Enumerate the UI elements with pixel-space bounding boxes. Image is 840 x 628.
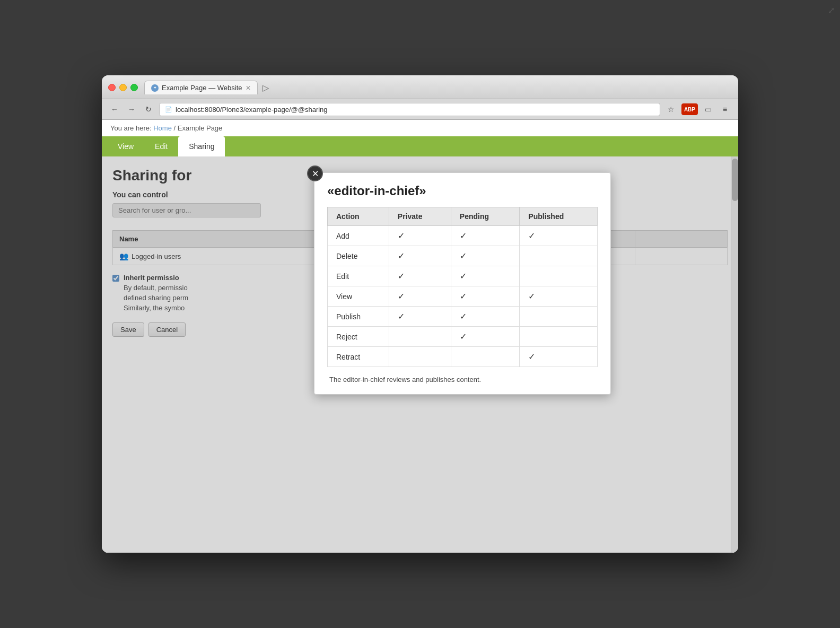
tab-edit[interactable]: Edit: [144, 136, 178, 156]
modal-header-action: Action: [328, 207, 389, 226]
tab-favicon: ✦: [151, 84, 159, 92]
modal-table: Action Private Pending Published Add✓✓✓D…: [327, 207, 598, 367]
modal-table-row: Publish✓✓: [328, 307, 598, 327]
tabs-row: ✦ Example Page — Website ✕ ▷: [144, 81, 732, 94]
modal-close-button[interactable]: ✕: [307, 165, 323, 181]
modal-cell-action: Reject: [328, 327, 389, 347]
modal-cell-action: Retract: [328, 347, 389, 367]
forward-button[interactable]: →: [125, 103, 138, 116]
modal-header-pending: Pending: [451, 207, 520, 226]
modal-cell-pending: ✓: [451, 286, 520, 307]
breadcrumb-prefix: You are here:: [110, 124, 152, 132]
url-text: localhost:8080/Plone3/example-page/@@sha…: [176, 106, 328, 114]
tab-title: Example Page — Website: [162, 84, 242, 92]
tab-sharing-label: Sharing: [189, 142, 214, 151]
new-tab-icon: ▷: [262, 83, 269, 93]
address-bar: ← → ↻ 📄 localhost:8080/Plone3/example-pa…: [102, 99, 738, 120]
modal-table-row: Retract✓: [328, 347, 598, 367]
modal-title: «editor-in-chief»: [327, 184, 598, 198]
browser-toolbar-icons: ☆ ABP ▭ ≡: [664, 102, 732, 116]
modal-cell-pending: ✓: [451, 246, 520, 266]
modal-cell-published: [520, 327, 598, 347]
adblock-button[interactable]: ABP: [681, 103, 698, 115]
modal-cell-action: Edit: [328, 266, 389, 286]
tab-close-button[interactable]: ✕: [246, 84, 251, 92]
menu-button[interactable]: ≡: [718, 102, 732, 116]
modal-cell-private: [389, 327, 451, 347]
modal-cell-pending: ✓: [451, 226, 520, 246]
modal-cell-published: ✓: [520, 286, 598, 307]
cast-button[interactable]: ▭: [701, 102, 715, 116]
modal-cell-action: View: [328, 286, 389, 307]
tab-sharing[interactable]: Sharing: [178, 136, 225, 156]
breadcrumb: You are here: Home / Example Page: [102, 120, 738, 136]
modal-cell-private: [389, 347, 451, 367]
modal-cell-pending: [451, 347, 520, 367]
modal-cell-pending: ✓: [451, 327, 520, 347]
page-icon: 📄: [165, 106, 172, 113]
tab-edit-label: Edit: [155, 142, 168, 151]
modal-table-row: Add✓✓✓: [328, 226, 598, 246]
title-bar: ✦ Example Page — Website ✕ ▷ ⤢: [102, 75, 738, 99]
traffic-lights: [108, 84, 138, 91]
modal-table-row: Edit✓✓: [328, 266, 598, 286]
new-tab-button[interactable]: ▷: [259, 81, 273, 94]
modal-cell-action: Delete: [328, 246, 389, 266]
modal-cell-action: Add: [328, 226, 389, 246]
modal-cell-published: [520, 307, 598, 327]
modal-cell-private: ✓: [389, 286, 451, 307]
breadcrumb-separator: /: [174, 124, 176, 132]
star-button[interactable]: ☆: [664, 102, 678, 116]
modal-dialog: ✕ «editor-in-chief» Action Private Pendi…: [314, 172, 611, 395]
minimize-window-button[interactable]: [119, 84, 127, 91]
modal-cell-published: [520, 246, 598, 266]
modal-table-row: Delete✓✓: [328, 246, 598, 266]
tab-view[interactable]: View: [107, 136, 144, 156]
breadcrumb-home-link[interactable]: Home: [153, 124, 172, 132]
modal-table-row: View✓✓✓: [328, 286, 598, 307]
modal-header-published: Published: [520, 207, 598, 226]
modal-overlay: ✕ «editor-in-chief» Action Private Pendi…: [102, 156, 738, 553]
modal-cell-published: ✓: [520, 347, 598, 367]
close-icon: ✕: [312, 169, 319, 179]
modal-description: The editor-in-chief reviews and publishe…: [327, 376, 598, 383]
close-window-button[interactable]: [108, 84, 116, 91]
modal-cell-private: ✓: [389, 246, 451, 266]
modal-cell-published: [520, 266, 598, 286]
page-content: Sharing for You can control Name 👥: [102, 156, 738, 553]
nav-tabs: View Edit Sharing: [102, 136, 738, 156]
modal-table-row: Reject✓: [328, 327, 598, 347]
url-bar[interactable]: 📄 localhost:8080/Plone3/example-page/@@s…: [159, 103, 660, 116]
modal-cell-private: ✓: [389, 266, 451, 286]
active-browser-tab[interactable]: ✦ Example Page — Website ✕: [144, 81, 258, 94]
modal-cell-pending: ✓: [451, 307, 520, 327]
content-area: You are here: Home / Example Page View E…: [102, 120, 738, 553]
maximize-window-button[interactable]: [130, 84, 138, 91]
modal-cell-private: ✓: [389, 307, 451, 327]
modal-cell-action: Publish: [328, 307, 389, 327]
tab-view-label: View: [118, 142, 134, 151]
reload-button[interactable]: ↻: [142, 103, 155, 116]
modal-cell-private: ✓: [389, 226, 451, 246]
modal-cell-pending: ✓: [451, 266, 520, 286]
modal-header-private: Private: [389, 207, 451, 226]
back-button[interactable]: ←: [108, 103, 121, 116]
browser-window: ✦ Example Page — Website ✕ ▷ ⤢ ← → ↻ 📄 l…: [102, 75, 738, 553]
modal-cell-published: ✓: [520, 226, 598, 246]
breadcrumb-current: Example Page: [178, 124, 223, 132]
